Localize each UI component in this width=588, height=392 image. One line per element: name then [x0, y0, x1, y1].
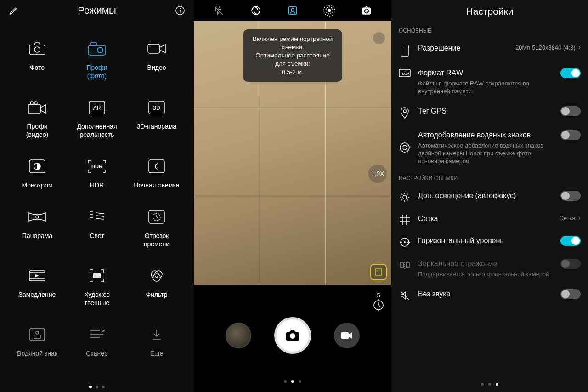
toggle[interactable]	[560, 236, 581, 246]
light-icon	[68, 208, 126, 226]
info-icon[interactable]	[175, 5, 186, 16]
mode-ar[interactable]: AR Дополненная реальность	[68, 98, 126, 139]
toggle	[560, 259, 581, 269]
dot[interactable]	[488, 383, 491, 386]
dot[interactable]	[291, 380, 294, 383]
dot[interactable]	[496, 383, 498, 386]
mode-label: Панорама	[8, 232, 66, 240]
setting-resolution[interactable]: Разрешение 20Мп 5120x3840 (4:3)›	[391, 38, 588, 62]
svg-rect-26	[93, 273, 101, 278]
svg-text:HDR: HDR	[91, 164, 102, 169]
mode-watermark[interactable]: Водяной знак	[8, 325, 66, 358]
mode-hdr[interactable]: HDR HDR	[68, 157, 126, 189]
aperture-icon[interactable]	[249, 4, 262, 17]
video-button[interactable]	[334, 323, 360, 348]
mute-icon	[399, 290, 411, 301]
setting-grid[interactable]: Сетка Сетка›	[391, 208, 588, 230]
mode-artistic[interactable]: Художес твенные	[68, 267, 126, 307]
svg-point-47	[379, 270, 380, 270]
portrait-icon[interactable]	[286, 4, 299, 17]
setting-gps[interactable]: Тег GPS	[391, 101, 588, 125]
toast-info-icon[interactable]: i	[373, 32, 385, 44]
mode-timelapse[interactable]: Отрезок времени	[128, 208, 186, 248]
toggle[interactable]	[560, 68, 581, 78]
page-dots	[194, 380, 391, 383]
toggle[interactable]	[560, 191, 581, 201]
gallery-thumb[interactable]	[226, 323, 251, 348]
mode-label: Монохром	[8, 181, 66, 189]
mode-pro-video[interactable]: Профи (видео)	[8, 98, 66, 139]
setting-watermark[interactable]: Автодобавление водяных знаков Автоматиче…	[391, 125, 588, 170]
dot[interactable]	[299, 380, 301, 383]
switch-camera-icon[interactable]	[360, 4, 373, 17]
dot[interactable]	[481, 383, 484, 386]
svg-point-10	[30, 102, 33, 104]
svg-text:RAW: RAW	[401, 72, 409, 76]
mode-label: 3D-панорама	[128, 122, 186, 131]
chevron-right-icon: ›	[578, 43, 581, 51]
svg-point-20	[36, 216, 39, 218]
flash-off-icon[interactable]	[212, 4, 225, 17]
section-shooting: НАСТРОЙКИ СЪЕМКИ	[391, 170, 588, 185]
dot[interactable]	[102, 386, 105, 388]
live-icon[interactable]	[323, 4, 336, 17]
settings-panel: Настройки ОСНОВНЫЕ Разрешение 20Мп 5120x…	[391, 0, 588, 392]
zoom-badge[interactable]: 1,0X	[368, 165, 387, 183]
mode-3d-panorama[interactable]: 3D 3D-панорама	[128, 98, 186, 139]
mode-label: Профи (видео)	[8, 122, 66, 139]
viewfinder[interactable]: Включен режим портретной съемки. Оптимал…	[194, 21, 391, 285]
location-icon	[399, 107, 411, 119]
setting-mute[interactable]: Без звука	[391, 284, 588, 307]
svg-rect-43	[362, 8, 371, 15]
mode-label: Профи (фото)	[68, 63, 126, 80]
artistic-icon	[68, 267, 126, 285]
effect-badge[interactable]	[370, 264, 387, 280]
camera-bottom: 5	[194, 285, 391, 392]
mode-label: Сканер	[68, 349, 126, 358]
mode-label: Фото	[8, 63, 66, 72]
mode-panorama[interactable]: Панорама	[8, 208, 66, 248]
mode-pro-photo[interactable]: Профи (фото)	[68, 40, 126, 80]
setting-label: Доп. освещение (автофокус)	[418, 191, 553, 201]
svg-rect-31	[34, 335, 40, 339]
setting-label: Горизонтальный уровень	[418, 236, 553, 246]
dot[interactable]	[284, 380, 287, 383]
svg-text:3D: 3D	[153, 105, 160, 111]
mode-light[interactable]: Свет	[68, 208, 126, 248]
setting-level[interactable]: Горизонтальный уровень	[391, 230, 588, 253]
timelapse-icon	[128, 208, 186, 226]
mode-slowmo[interactable]: Замедление	[8, 267, 66, 307]
svg-point-11	[34, 102, 37, 104]
mode-scanner[interactable]: Сканер	[68, 325, 126, 358]
svg-point-39	[291, 8, 294, 11]
mode-filter[interactable]: Фильтр	[128, 267, 186, 307]
setting-af-light[interactable]: Доп. освещение (автофокус)	[391, 185, 588, 208]
camera-toolbar	[194, 0, 391, 21]
svg-point-32	[36, 331, 39, 334]
svg-rect-6	[91, 42, 96, 45]
toggle[interactable]	[560, 289, 581, 299]
dot[interactable]	[89, 386, 92, 388]
dot[interactable]	[96, 386, 98, 388]
shutter-button[interactable]	[274, 317, 311, 354]
mode-label: Еще	[128, 349, 186, 358]
edit-icon[interactable]	[8, 5, 19, 16]
mode-monochrome[interactable]: Монохром	[8, 157, 66, 189]
timer-badge[interactable]: 5	[372, 292, 385, 312]
mode-more[interactable]: Еще	[128, 325, 186, 358]
level-icon	[399, 237, 411, 248]
mode-label: Замедление	[8, 290, 66, 299]
modes-header: Режимы	[0, 0, 194, 23]
svg-rect-67	[406, 262, 409, 268]
setting-sub: Файлы в формате RAW сохраняются во внутр…	[418, 80, 553, 95]
setting-raw[interactable]: RAW Формат RAW Файлы в формате RAW сохра…	[391, 62, 588, 101]
toggle[interactable]	[560, 130, 581, 140]
mode-night[interactable]: Ночная съемка	[128, 157, 186, 189]
mode-photo[interactable]: Фото	[8, 40, 66, 80]
toggle[interactable]	[560, 106, 581, 116]
svg-point-55	[400, 143, 409, 152]
mode-video[interactable]: Видео	[128, 40, 186, 80]
shutter-row	[194, 317, 391, 354]
settings-title: Настройки	[391, 0, 588, 23]
watermark-icon	[399, 142, 411, 153]
